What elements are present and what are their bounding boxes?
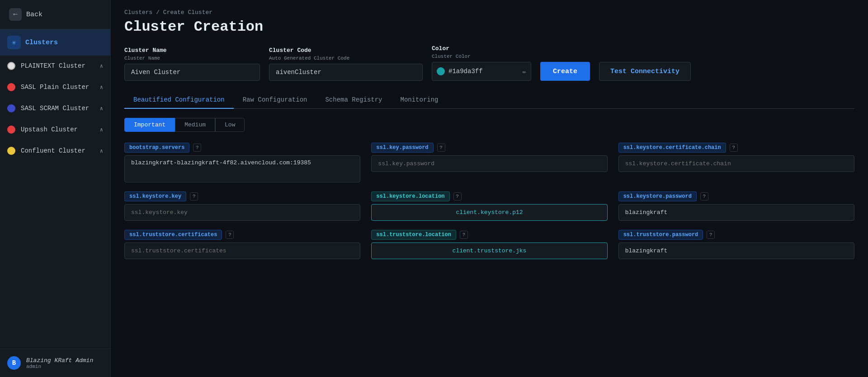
ssl-keystore-key-input[interactable] xyxy=(124,204,360,221)
back-label: Back xyxy=(26,11,42,19)
config-field-ssl-truststore-location: ssl.truststore.location ? xyxy=(371,230,607,259)
color-group: Color Cluster Color #1a9da3ff ✏ xyxy=(432,45,531,81)
cluster-name-label: Cluster Name xyxy=(124,47,260,54)
ssl-truststore-password-tag: ssl.truststore.password xyxy=(618,230,703,240)
main-content: Clusters / Create Cluster Cluster Creati… xyxy=(111,0,868,377)
pencil-icon[interactable]: ✏ xyxy=(523,68,526,75)
config-field-ssl-keystore-cert-chain: ssl.keystore.certificate.chain ? xyxy=(618,143,854,182)
config-field-ssl-truststore-certs: ssl.truststore.certificates ? xyxy=(124,230,360,259)
test-connectivity-button[interactable]: Test Connectivity xyxy=(599,62,691,81)
priority-row: Important Medium Low xyxy=(124,118,854,132)
config-field-ssl-keystore-password: ssl.keystore.password ? xyxy=(618,191,854,221)
color-value: #1a9da3ff xyxy=(448,68,519,75)
bootstrap-servers-header: bootstrap.servers ? xyxy=(124,143,360,153)
config-field-ssl-keystore-location: ssl.keystore.location ? xyxy=(371,191,607,221)
sidebar-clusters-header[interactable]: ✳ Clusters xyxy=(0,29,110,56)
bootstrap-servers-tag: bootstrap.servers xyxy=(124,143,189,153)
ssl-truststore-location-input[interactable] xyxy=(371,242,607,259)
cluster-code-label: Cluster Code xyxy=(269,47,423,54)
sidebar-item-upstash[interactable]: Upstash Cluster ∧ xyxy=(0,119,110,140)
sasl-plain-label: SASL Plain Cluster xyxy=(21,84,89,91)
form-row: Cluster Name Cluster Name Cluster Code A… xyxy=(124,45,854,81)
ssl-key-password-input[interactable] xyxy=(371,155,607,172)
ssl-truststore-password-input[interactable] xyxy=(618,242,854,259)
cluster-code-group: Cluster Code Auto Generated Cluster Code xyxy=(269,47,423,81)
ssl-keystore-password-tag: ssl.keystore.password xyxy=(618,191,697,201)
ssl-keystore-cert-chain-help[interactable]: ? xyxy=(730,144,738,152)
cluster-name-group: Cluster Name Cluster Name xyxy=(124,47,260,81)
color-label: Color xyxy=(432,45,531,52)
ssl-keystore-cert-chain-header: ssl.keystore.certificate.chain ? xyxy=(618,143,854,153)
priority-medium-button[interactable]: Medium xyxy=(175,118,215,132)
sasl-scram-dot xyxy=(7,104,15,112)
cluster-code-sublabel: Auto Generated Cluster Code xyxy=(269,56,423,61)
tab-beautified[interactable]: Beautified Configuration xyxy=(124,92,234,109)
ssl-keystore-password-input[interactable] xyxy=(618,204,854,221)
ssl-truststore-location-help[interactable]: ? xyxy=(460,231,468,239)
ssl-keystore-key-header: ssl.keystore.key ? xyxy=(124,191,360,201)
create-button[interactable]: Create xyxy=(540,62,590,81)
bootstrap-servers-help[interactable]: ? xyxy=(193,144,201,152)
ssl-truststore-certs-tag: ssl.truststore.certificates xyxy=(124,230,222,240)
back-button[interactable]: ← Back xyxy=(0,0,110,29)
cluster-name-input[interactable] xyxy=(124,64,260,81)
ssl-truststore-certs-input[interactable] xyxy=(124,242,360,259)
sidebar-item-plaintext[interactable]: PLAINTEXT Cluster ∧ xyxy=(0,56,110,77)
ssl-key-password-help[interactable]: ? xyxy=(437,144,445,152)
ssl-keystore-location-input[interactable] xyxy=(371,204,607,221)
sasl-scram-label: SASL SCRAM Cluster xyxy=(21,105,89,112)
color-sublabel: Cluster Color xyxy=(432,54,531,59)
confluent-label: Confluent Cluster xyxy=(21,147,85,154)
cluster-name-sublabel: Cluster Name xyxy=(124,56,260,61)
ssl-keystore-cert-chain-input[interactable] xyxy=(618,155,854,172)
cluster-code-input[interactable] xyxy=(269,64,423,81)
ssl-truststore-certs-help[interactable]: ? xyxy=(226,231,234,239)
bootstrap-servers-input[interactable]: blazingkraft-blazingkraft-4f82.aivenclou… xyxy=(124,155,360,182)
plaintext-dot xyxy=(7,62,15,70)
ssl-keystore-location-header: ssl.keystore.location ? xyxy=(371,191,607,201)
color-dot xyxy=(437,67,445,75)
footer-user-info: Blazing KRaft Admin admin xyxy=(26,357,93,369)
upstash-dot xyxy=(7,126,15,134)
ssl-keystore-password-help[interactable]: ? xyxy=(700,192,708,200)
ssl-keystore-key-tag: ssl.keystore.key xyxy=(124,191,186,201)
confluent-caret: ∧ xyxy=(100,148,103,154)
priority-important-button[interactable]: Important xyxy=(124,118,175,132)
tab-monitoring[interactable]: Monitoring xyxy=(392,92,448,109)
sidebar-item-sasl-plain[interactable]: SASL Plain Cluster ∧ xyxy=(0,77,110,98)
back-arrow-icon: ← xyxy=(9,8,22,21)
config-field-ssl-key-password: ssl.key.password ? xyxy=(371,143,607,182)
ssl-truststore-password-header: ssl.truststore.password ? xyxy=(618,230,854,240)
ssl-keystore-cert-chain-tag: ssl.keystore.certificate.chain xyxy=(618,143,726,153)
ssl-keystore-location-help[interactable]: ? xyxy=(453,192,462,200)
ssl-truststore-password-help[interactable]: ? xyxy=(707,231,715,239)
upstash-label: Upstash Cluster xyxy=(21,126,78,133)
ssl-key-password-tag: ssl.key.password xyxy=(371,143,433,153)
sidebar-footer: B Blazing KRaft Admin admin xyxy=(0,349,110,377)
ssl-keystore-key-help[interactable]: ? xyxy=(190,192,198,200)
color-input-wrapper[interactable]: #1a9da3ff ✏ xyxy=(432,62,531,81)
tab-raw[interactable]: Raw Configuration xyxy=(234,92,316,109)
sidebar-item-sasl-scram[interactable]: SASL SCRAM Cluster ∧ xyxy=(0,98,110,119)
tab-schema-registry[interactable]: Schema Registry xyxy=(316,92,391,109)
sasl-plain-caret: ∧ xyxy=(100,84,103,91)
page-title: Cluster Creation xyxy=(124,19,854,35)
upstash-caret: ∧ xyxy=(100,126,103,133)
breadcrumb-create: Create Cluster xyxy=(163,9,212,16)
footer-user-name: Blazing KRaft Admin xyxy=(26,357,93,364)
avatar: B xyxy=(7,356,21,370)
sidebar-nav: ✳ Clusters PLAINTEXT Cluster ∧ SASL Plai… xyxy=(0,29,110,349)
breadcrumb-clusters[interactable]: Clusters xyxy=(124,9,152,16)
ssl-truststore-certs-header: ssl.truststore.certificates ? xyxy=(124,230,360,240)
confluent-dot xyxy=(7,147,15,155)
plaintext-label: PLAINTEXT Cluster xyxy=(21,62,85,70)
config-field-ssl-keystore-key: ssl.keystore.key ? xyxy=(124,191,360,221)
footer-user-role: admin xyxy=(26,364,93,369)
sidebar-item-confluent[interactable]: Confluent Cluster ∧ xyxy=(0,140,110,162)
priority-low-button[interactable]: Low xyxy=(215,118,245,132)
sasl-scram-caret: ∧ xyxy=(100,105,103,112)
config-grid: bootstrap.servers ? blazingkraft-blazing… xyxy=(124,143,854,259)
breadcrumb-separator: / xyxy=(156,9,163,16)
clusters-icon: ✳ xyxy=(7,36,21,49)
config-field-ssl-truststore-password: ssl.truststore.password ? xyxy=(618,230,854,259)
